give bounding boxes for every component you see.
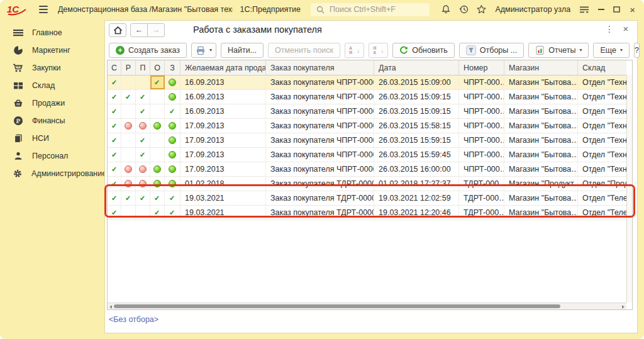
status-cell[interactable] [150,177,165,191]
sort-ascending-button[interactable]: АЯ↓ [345,43,364,58]
close-window-button[interactable]: × [627,3,638,16]
column-header[interactable]: Номер [459,60,504,75]
table-cell[interactable]: ЧПРТ-000… [459,148,504,162]
table-cell[interactable]: ЧПРТ-000… [459,104,504,118]
table-row[interactable]: ✔✔✔19.03.2021Заказ покупателя ТДРТ-00000… [108,206,626,220]
status-cell[interactable] [121,119,136,133]
table-cell[interactable]: Заказ покупателя ТДРТ-000002… [266,206,374,220]
table-cell[interactable]: 26.03.2015 15:09:00 [374,75,459,89]
status-cell[interactable] [150,148,165,162]
table-cell[interactable]: ЧПРТ-000… [459,119,504,133]
table-cell[interactable]: 26.03.2015 15:59:45 [374,148,459,162]
table-cell[interactable]: 19.03.2021 12:02:59 [374,191,459,205]
table-cell[interactable]: Отдел "Техника д [578,119,626,133]
home-icon[interactable] [109,23,126,37]
table-row[interactable]: ✔✔17.09.2013Заказ покупателя ЧПРТ-00000…… [108,148,626,162]
table-cell[interactable]: ТДРТ-000… [459,206,504,220]
column-header[interactable]: З [165,60,180,75]
table-row[interactable]: ✔✔17.09.2013Заказ покупателя ЧПРТ-00000…… [108,133,626,148]
status-cell[interactable] [165,75,180,89]
table-cell[interactable]: 26.03.2015 15:09:15 [374,104,459,118]
table-cell[interactable]: 26.03.2015 15:58:15 [374,119,459,133]
sort-descending-button[interactable]: ЯА↓ [369,43,388,58]
status-cell[interactable] [136,162,150,176]
table-cell[interactable]: Магазин "Бытова… [504,133,578,147]
table-row[interactable]: ✔✔16.09.2013Заказ покупателя ЧПРТ-00000…… [108,75,626,90]
table-cell[interactable]: 16.09.2013 [180,90,266,104]
table-cell[interactable]: 26.03.2015 16:00:00 [374,162,459,176]
status-cell[interactable] [121,162,136,176]
table-cell[interactable]: ТДРТ-000… [459,191,504,205]
back-button[interactable]: ← [130,23,148,37]
more-button[interactable]: Еще ▾ [593,43,629,58]
table-cell[interactable]: ЧПРТ-000… [459,90,504,104]
table-cell[interactable]: Отдел "Техника д [578,162,626,176]
sidebar-item-staff[interactable]: Персонал [0,147,104,165]
table-cell[interactable]: Отдел "Телевизо [578,206,626,220]
favorites-star-icon[interactable] [475,3,487,16]
sidebar-item-sales[interactable]: Продажи [0,94,104,112]
column-header[interactable]: Магазин [504,60,578,75]
status-cell[interactable] [121,104,136,118]
status-cell[interactable] [150,104,165,118]
table-cell[interactable]: Заказ покупателя ЧПРТ-00000… [266,133,374,147]
table-cell[interactable]: Заказ покупателя ЧПРТ-00000… [266,90,374,104]
table-cell[interactable]: Магазин "Бытова… [504,90,578,104]
status-cell[interactable] [150,119,165,133]
table-cell[interactable]: Отдел "Техника д [578,90,626,104]
status-cell[interactable]: ✔ [108,177,121,191]
status-cell[interactable]: ✔ [108,75,121,89]
sidebar-item-nsi[interactable]: НСИ [0,130,104,147]
table-cell[interactable]: Магазин "Бытова… [504,119,578,133]
status-cell[interactable] [165,133,180,147]
table-cell[interactable]: 16.09.2013 [180,75,266,89]
status-cell[interactable]: ✔ [108,104,121,118]
print-button[interactable]: ▾ [191,43,216,58]
find-button[interactable]: Найти... [221,43,264,58]
main-menu-icon[interactable] [39,6,48,13]
status-cell[interactable] [150,133,165,147]
sidebar-item-main[interactable]: Главное [0,24,104,42]
status-cell[interactable]: ✔ [108,206,121,220]
table-row[interactable]: ✔01.02.2018Заказ покупателя ТДРТ-000001…… [108,177,626,191]
sidebar-item-marketing[interactable]: Маркетинг [0,42,104,59]
table-cell[interactable]: ЧПРТ-000… [459,162,504,176]
table-cell[interactable]: Отдел "Техника д [578,148,626,162]
status-cell[interactable]: ✔ [136,104,150,118]
table-cell[interactable]: Заказ покупателя ЧПРТ-00000… [266,119,374,133]
column-header[interactable]: Р [121,60,136,75]
filter-status-link[interactable]: <Без отбора> [109,315,158,324]
vertical-scrollbar[interactable] [626,75,632,303]
filters-button[interactable]: Отборы ... [459,43,524,58]
status-cell[interactable] [150,90,165,104]
table-cell[interactable]: Магазин "Бытова… [504,162,578,176]
table-cell[interactable]: 19.03.2021 [180,206,266,220]
table-row[interactable]: ✔✔✔✔✔19.03.2021Заказ покупателя ТДРТ-000… [108,191,626,206]
table-cell[interactable]: Магазин "Бытова… [504,191,578,205]
status-cell[interactable]: ✔ [108,148,121,162]
column-header[interactable]: О [150,60,165,75]
horizontal-scrollbar[interactable] [108,303,626,309]
status-cell[interactable] [121,177,136,191]
scroll-left-arrow-icon[interactable] [109,305,112,309]
maximize-button[interactable] [611,3,622,16]
table-row[interactable]: ✔17.09.2013Заказ покупателя ЧПРТ-00000…2… [108,119,626,133]
table-cell[interactable]: Отдел "Техника д [578,75,626,89]
table-cell[interactable]: 16.09.2013 [180,104,266,118]
status-cell[interactable] [121,75,136,89]
table-cell[interactable]: Магазин "Продукт… [504,177,578,191]
column-header[interactable]: Желаемая дата продажи [180,60,266,75]
table-cell[interactable]: Заказ покупателя ЧПРТ-00000… [266,104,374,118]
notifications-bell-icon[interactable] [440,3,452,16]
status-cell[interactable]: ✔ [136,148,150,162]
table-cell[interactable]: 19.03.2021 12:20:46 [374,206,459,220]
status-cell[interactable]: ✔ [165,206,180,220]
table-cell[interactable]: Отдел "Техника д [578,133,626,147]
status-cell[interactable] [121,206,136,220]
table-cell[interactable]: 17.09.2013 [180,133,266,147]
refresh-button[interactable]: Обновить [392,43,455,58]
sidebar-item-purchases[interactable]: Закупки [0,59,104,77]
table-cell[interactable]: Отдел "Техника д [578,104,626,118]
status-cell[interactable]: ✔ [136,133,150,147]
table-cell[interactable]: Заказ покупателя ЧПРТ-00000… [266,75,374,89]
